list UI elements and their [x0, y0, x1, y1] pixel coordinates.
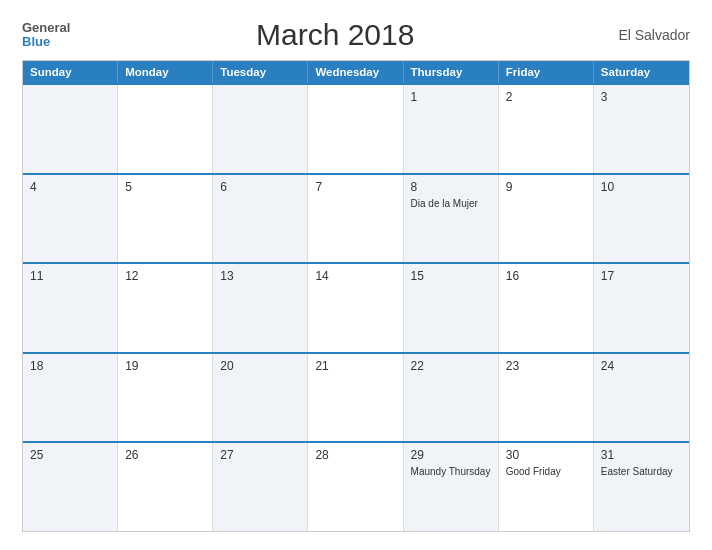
day-number: 29 [411, 448, 491, 462]
calendar-cell: 17 [594, 264, 689, 352]
day-number: 28 [315, 448, 395, 462]
day-number: 21 [315, 359, 395, 373]
logo: General Blue [22, 21, 70, 50]
day-event: Maundy Thursday [411, 465, 491, 478]
calendar-body: 12345678Dia de la Mujer91011121314151617… [23, 83, 689, 531]
calendar-cell: 10 [594, 175, 689, 263]
calendar-row: 18192021222324 [23, 352, 689, 442]
weekday-header: Monday [118, 61, 213, 83]
page-header: General Blue March 2018 El Salvador [22, 18, 690, 52]
calendar-cell: 11 [23, 264, 118, 352]
calendar-row: 2526272829Maundy Thursday30Good Friday31… [23, 441, 689, 531]
day-number: 23 [506, 359, 586, 373]
calendar-cell: 29Maundy Thursday [404, 443, 499, 531]
calendar-cell: 2 [499, 85, 594, 173]
calendar-cell: 16 [499, 264, 594, 352]
calendar-cell: 5 [118, 175, 213, 263]
calendar-cell: 9 [499, 175, 594, 263]
calendar: SundayMondayTuesdayWednesdayThursdayFrid… [22, 60, 690, 532]
day-number: 9 [506, 180, 586, 194]
calendar-cell: 8Dia de la Mujer [404, 175, 499, 263]
calendar-cell: 30Good Friday [499, 443, 594, 531]
calendar-page: General Blue March 2018 El Salvador Sund… [0, 0, 712, 550]
day-number: 24 [601, 359, 682, 373]
calendar-cell: 12 [118, 264, 213, 352]
weekday-header: Saturday [594, 61, 689, 83]
day-event: Dia de la Mujer [411, 197, 491, 210]
calendar-cell [213, 85, 308, 173]
page-title: March 2018 [70, 18, 600, 52]
calendar-cell: 24 [594, 354, 689, 442]
day-number: 27 [220, 448, 300, 462]
calendar-cell: 4 [23, 175, 118, 263]
day-number: 14 [315, 269, 395, 283]
day-number: 12 [125, 269, 205, 283]
day-number: 8 [411, 180, 491, 194]
weekday-header: Friday [499, 61, 594, 83]
weekday-header: Wednesday [308, 61, 403, 83]
day-event: Good Friday [506, 465, 586, 478]
day-number: 1 [411, 90, 491, 104]
day-number: 6 [220, 180, 300, 194]
logo-blue-text: Blue [22, 35, 50, 49]
calendar-row: 123 [23, 83, 689, 173]
day-number: 18 [30, 359, 110, 373]
day-number: 3 [601, 90, 682, 104]
calendar-cell [23, 85, 118, 173]
calendar-cell: 28 [308, 443, 403, 531]
day-number: 13 [220, 269, 300, 283]
day-number: 17 [601, 269, 682, 283]
calendar-cell: 3 [594, 85, 689, 173]
day-number: 30 [506, 448, 586, 462]
calendar-cell [308, 85, 403, 173]
calendar-row: 45678Dia de la Mujer910 [23, 173, 689, 263]
weekday-header: Thursday [404, 61, 499, 83]
day-number: 15 [411, 269, 491, 283]
logo-general-text: General [22, 21, 70, 35]
calendar-header: SundayMondayTuesdayWednesdayThursdayFrid… [23, 61, 689, 83]
calendar-cell: 18 [23, 354, 118, 442]
calendar-cell: 15 [404, 264, 499, 352]
day-number: 11 [30, 269, 110, 283]
calendar-cell: 1 [404, 85, 499, 173]
calendar-cell [118, 85, 213, 173]
calendar-cell: 19 [118, 354, 213, 442]
day-number: 22 [411, 359, 491, 373]
day-number: 7 [315, 180, 395, 194]
day-number: 5 [125, 180, 205, 194]
calendar-cell: 14 [308, 264, 403, 352]
calendar-cell: 7 [308, 175, 403, 263]
day-number: 2 [506, 90, 586, 104]
weekday-header: Tuesday [213, 61, 308, 83]
calendar-cell: 31Easter Saturday [594, 443, 689, 531]
calendar-cell: 25 [23, 443, 118, 531]
calendar-cell: 21 [308, 354, 403, 442]
calendar-cell: 20 [213, 354, 308, 442]
weekday-header: Sunday [23, 61, 118, 83]
day-number: 19 [125, 359, 205, 373]
day-number: 10 [601, 180, 682, 194]
calendar-cell: 23 [499, 354, 594, 442]
day-number: 31 [601, 448, 682, 462]
day-number: 25 [30, 448, 110, 462]
calendar-row: 11121314151617 [23, 262, 689, 352]
day-event: Easter Saturday [601, 465, 682, 478]
day-number: 16 [506, 269, 586, 283]
calendar-cell: 22 [404, 354, 499, 442]
calendar-cell: 13 [213, 264, 308, 352]
country-label: El Salvador [600, 27, 690, 43]
calendar-cell: 6 [213, 175, 308, 263]
calendar-cell: 27 [213, 443, 308, 531]
day-number: 4 [30, 180, 110, 194]
day-number: 26 [125, 448, 205, 462]
day-number: 20 [220, 359, 300, 373]
calendar-cell: 26 [118, 443, 213, 531]
